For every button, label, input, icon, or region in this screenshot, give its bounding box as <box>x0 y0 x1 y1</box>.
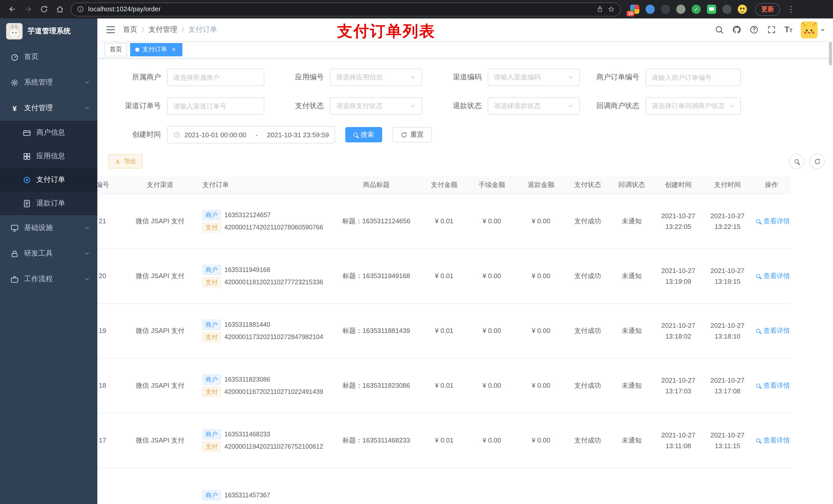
github-icon[interactable] <box>732 25 741 34</box>
table-row: 17微信 JSAPI 支付商户1635311468233支付4200001194… <box>97 413 791 467</box>
breadcrumb-pay-manage[interactable]: 支付管理 <box>148 25 177 34</box>
sidebar-item-system[interactable]: 系统管理 <box>0 70 97 95</box>
chevron-down-icon <box>84 225 90 231</box>
search-icon <box>756 274 760 278</box>
view-detail-link[interactable]: 查看详情 <box>756 326 790 335</box>
cell-pay-channel <box>123 467 197 504</box>
sidebar-item-infra[interactable]: 基础设施 <box>0 215 97 241</box>
browser-forward-icon[interactable] <box>21 2 35 16</box>
app-id-select[interactable]: 请选择应用信息 <box>330 69 422 86</box>
app-logo[interactable]: 芋道管理系统 <box>0 19 97 44</box>
toggle-search-button[interactable] <box>789 154 804 169</box>
cell-product-title: 标题：1635311823086 <box>331 358 421 413</box>
refresh-table-button[interactable] <box>809 154 825 169</box>
cell-pay-amount <box>421 467 467 504</box>
browser-refresh-icon[interactable] <box>37 2 51 16</box>
cell-refund-amount: ¥ 0.00 <box>516 303 566 358</box>
merchant-no: 1635311823086 <box>224 376 270 383</box>
avatar-image <box>801 21 818 38</box>
sidebar-item-refund-order[interactable]: 退款订单 <box>0 192 97 215</box>
address-bar[interactable]: localhost:1024/pay/order <box>71 2 621 16</box>
sidebar-item-label: 系统管理 <box>24 78 53 87</box>
browser-menu-icon[interactable]: ⋮ <box>786 5 795 14</box>
cell-pay-order: 商户1635311881440支付42000011732021102728479… <box>197 303 331 358</box>
cell-pay-time: 2021-10-2713:18:10 <box>703 303 752 358</box>
breadcrumb-home[interactable]: 首页 <box>123 25 137 34</box>
page-scrollbar[interactable] <box>829 42 832 66</box>
fullscreen-icon[interactable] <box>767 25 776 34</box>
sidebar-item-devtools[interactable]: 研发工具 <box>0 241 97 266</box>
cell-notify-status: 未通知 <box>610 194 654 248</box>
tab-close-icon[interactable]: × <box>170 46 177 53</box>
view-detail-link[interactable]: 查看详情 <box>756 216 790 225</box>
cell-id: 21 <box>97 194 123 248</box>
pay-no-line: 支付4200001174202110278060590766 <box>203 222 327 232</box>
sidebar-item-home[interactable]: 首页 <box>0 44 97 70</box>
merchant-order-no-input[interactable] <box>645 69 741 86</box>
channel-order-no-input[interactable] <box>167 97 264 115</box>
search-icon <box>794 159 799 163</box>
extension-check-icon[interactable]: ✓ <box>692 5 701 14</box>
extension-dark-icon[interactable] <box>661 5 670 14</box>
refund-status-select[interactable]: 请选择退款状态 <box>488 97 580 115</box>
notify-status-select[interactable]: 请选择订单回调商户状态 <box>645 97 741 115</box>
merchant-no: 1635311457367 <box>224 491 270 499</box>
font-size-icon[interactable]: TT <box>784 26 792 34</box>
cell-fee-amount: ¥ 0.00 <box>467 413 516 467</box>
cell-id: 19 <box>97 303 123 358</box>
view-detail-link[interactable]: 查看详情 <box>756 436 790 445</box>
tab-home[interactable]: 首页 <box>104 43 127 56</box>
sidebar-item-app-info[interactable]: 应用信息 <box>0 144 97 168</box>
cell-create-time: 2021-10-2713:11:08 <box>654 413 703 467</box>
reset-button[interactable]: 重置 <box>392 127 432 142</box>
create-time-range-picker[interactable]: 2021-10-01 00:00:00 - 2021-10-31 23:59:5… <box>167 126 335 143</box>
header-search-icon[interactable] <box>715 25 724 34</box>
view-detail-link[interactable]: 查看详情 <box>756 381 790 390</box>
bookmark-star-icon[interactable] <box>608 6 615 13</box>
sidebar-item-pay-order[interactable]: 支付订单 <box>0 168 97 192</box>
field-label: 渠道编码 <box>425 73 481 82</box>
extension-chat-icon[interactable] <box>707 5 716 14</box>
sidebar-item-merchant-info[interactable]: 商户信息 <box>0 121 97 144</box>
site-info-icon[interactable] <box>77 6 84 13</box>
browser-back-icon[interactable] <box>5 2 19 16</box>
channel-code-select[interactable]: 请输入渠道编码 <box>488 69 580 86</box>
logo-image <box>6 23 23 40</box>
export-button[interactable]: 导出 <box>109 154 142 169</box>
browser-home-icon[interactable] <box>53 2 67 16</box>
field-label: 所属商户 <box>104 73 161 82</box>
search-icon <box>354 133 358 137</box>
merchant-no: 1635311949168 <box>224 266 270 273</box>
sidebar-item-label: 工作流程 <box>24 274 53 284</box>
sidebar-item-workflow[interactable]: 工作流程 <box>0 266 97 292</box>
extension-blue-icon[interactable] <box>645 5 655 14</box>
cell-pay-order: 商户1635312124657支付42000011742021102780605… <box>197 194 331 248</box>
select-placeholder: 请输入渠道编码 <box>494 73 565 82</box>
cell-pay-status: 支付成功 <box>566 194 610 248</box>
view-detail-link[interactable]: 查看详情 <box>756 271 790 281</box>
search-icon <box>756 438 760 442</box>
extension-emoji-icon[interactable] <box>738 5 747 14</box>
pay-status-select[interactable]: 请选择支付状态 <box>330 97 422 115</box>
select-placeholder: 请选择订单回调商户状态 <box>652 101 725 111</box>
cell-pay-order: 商户1635311457367 <box>197 467 331 504</box>
share-icon[interactable] <box>596 6 603 13</box>
browser-update-button[interactable]: 更新 <box>755 3 780 16</box>
merchant-tag: 商户 <box>203 210 221 220</box>
extension-pin-icon[interactable] <box>722 5 732 14</box>
merchant-input[interactable] <box>167 69 264 86</box>
sidebar-item-pay[interactable]: ¥ 支付管理 <box>0 95 97 121</box>
user-avatar[interactable] <box>801 21 825 38</box>
pay-no-line: 支付4200001181202110277723215336 <box>203 277 327 287</box>
extension-gray-icon[interactable] <box>676 5 686 14</box>
field-label: 创建时间 <box>104 130 161 139</box>
cell-notify-status: 未通知 <box>610 413 654 467</box>
search-button[interactable]: 搜索 <box>345 127 382 142</box>
help-icon[interactable] <box>749 25 759 34</box>
sidebar-toggle-icon[interactable] <box>105 25 116 35</box>
bank-card-icon <box>23 128 31 137</box>
extensions-grid-icon[interactable]: 10 <box>630 5 639 14</box>
tab-pay-order[interactable]: 支付订单 × <box>130 43 182 56</box>
cell-pay-channel: 微信 JSAPI 支付 <box>123 303 197 358</box>
merchant-tag: 商户 <box>203 429 221 439</box>
